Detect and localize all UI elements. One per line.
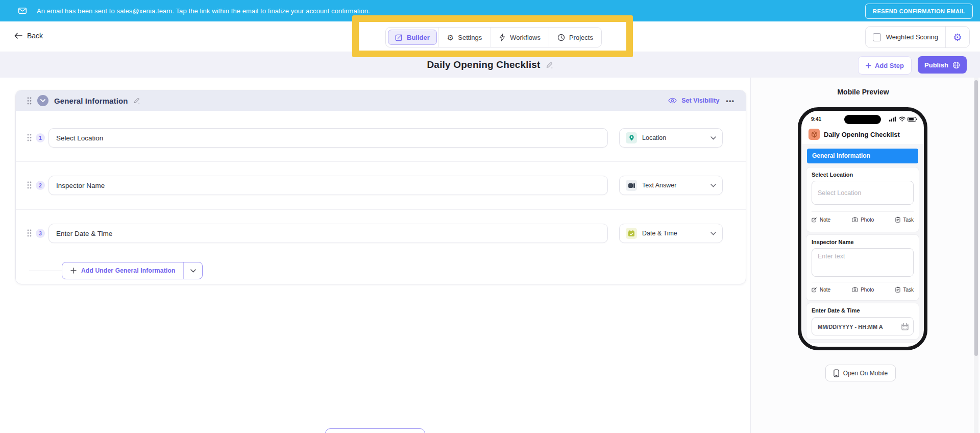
navbar: Back Builder ⚙ Settings Workflows Projec… [0,21,980,52]
row-divider [16,209,746,210]
phone-field-label: Select Location [812,172,853,178]
photo-icon [852,217,858,222]
edit-title-pencil-icon[interactable] [546,61,553,69]
task-action: Task [895,216,914,223]
email-icon [18,8,27,14]
step-type-select[interactable]: Text Answer [619,176,723,195]
resend-confirmation-button[interactable]: RESEND CONFIRMATION EMAIL [865,4,973,19]
step-row: 1 Location [16,128,747,148]
photo-action: Photo [852,286,874,293]
set-visibility-button[interactable]: Set Visibility [681,97,719,104]
scrollbar [974,78,978,433]
weighted-scoring-checkbox[interactable] [873,33,881,41]
phone-app-title: Daily Opening Checklist [824,131,900,138]
step-label-input[interactable] [48,128,608,148]
tab-label: Projects [569,34,593,41]
battery-icon [908,117,916,122]
task-icon [895,286,900,293]
add-under-label: Add Under General Information [81,267,175,274]
chevron-down-icon [710,184,716,187]
divider [812,211,914,212]
mobile-phone-icon [834,369,839,377]
calendar-icon [626,228,637,239]
confirmation-banner: An email has been sent to sales@xenia.te… [0,0,980,21]
gear-icon: ⚙ [447,34,454,41]
drag-handle[interactable] [27,134,32,141]
step-label-input[interactable] [48,224,608,243]
section-card: General Information Set Visibility ••• 1… [15,90,746,284]
tab-bar: Builder ⚙ Settings Workflows Projects [385,27,602,47]
gear-icon: ⚙ [953,32,962,42]
chevron-down-icon [710,136,716,140]
step-type-label: Location [642,134,666,141]
add-under-chevron-button[interactable] [183,262,202,279]
back-button[interactable]: Back [14,32,43,40]
note-action: Note [812,286,830,293]
step-type-label: Text Answer [642,182,676,189]
mobile-preview-title: Mobile Preview [751,88,975,96]
settings-gear-button[interactable]: ⚙ [946,32,969,42]
drag-handle[interactable] [27,181,32,189]
phone-field-card: Enter Date & Time MM/DD/YYYY - HH:MM A [806,303,919,340]
note-action: Note [812,216,830,223]
add-step-button[interactable]: Add Step [858,56,912,75]
add-section-button-partial[interactable] [325,428,425,433]
open-on-mobile-label: Open On Mobile [843,370,888,377]
photo-icon [852,287,858,292]
collapse-section-button[interactable] [37,95,48,106]
photo-action: Photo [852,216,874,223]
clock-icon [557,34,565,41]
tab-label: Builder [407,34,430,41]
app-icon [808,129,820,140]
add-step-label: Add Step [875,62,904,69]
step-type-select[interactable]: Location [619,128,723,148]
task-action: Task [895,286,914,293]
publish-label: Publish [924,61,948,69]
signal-icon [889,116,897,122]
edit-section-pencil-icon[interactable] [133,97,140,104]
title-strip: Daily Opening Checklist Add Step Publish [0,52,980,78]
tab-label: Settings [458,34,482,41]
phone-mockup: 9:41 Daily Opening Checklist General Inf… [798,107,927,350]
wifi-icon [899,116,905,122]
tab-workflows[interactable]: Workflows [490,28,549,47]
drag-handle[interactable] [27,229,32,237]
step-number-badge: 2 [36,181,45,190]
back-label: Back [27,32,43,40]
drag-handle[interactable] [27,97,32,105]
phone-field-card: Select Location Select Location Note Pho… [806,167,919,232]
dynamic-island [844,115,881,124]
phone-section-header: General Information [807,149,918,163]
chevron-down-icon [40,99,45,102]
phone-header: 9:41 Daily Opening Checklist [802,112,923,145]
plus-icon [866,63,871,68]
weighted-scoring-group: Weighted Scoring ⚙ [865,26,970,48]
eye-icon [668,98,677,104]
add-under-button[interactable]: Add Under General Information [62,262,183,279]
tab-builder[interactable]: Builder [388,30,437,45]
more-options-button[interactable]: ••• [726,97,734,105]
back-arrow-icon [14,33,22,39]
banner-message: An email has been sent to sales@xenia.te… [37,7,370,15]
phone-field-input: Enter text [812,248,914,277]
task-icon [895,216,900,223]
connector-line [29,271,62,271]
step-type-select[interactable]: Date & Time [619,224,723,243]
globe-icon [952,61,960,69]
step-label-input[interactable] [48,176,608,195]
phone-field-input: Select Location [812,181,914,205]
page-title: Daily Opening Checklist [427,59,540,70]
lightning-icon [499,33,506,41]
section-header: General Information Set Visibility ••• [16,90,746,111]
chevron-down-icon [710,232,716,235]
calendar-icon [901,323,909,330]
row-divider [16,161,746,162]
tab-projects[interactable]: Projects [549,28,601,47]
publish-button[interactable]: Publish [918,56,967,74]
weighted-scoring-label: Weighted Scoring [886,33,938,41]
step-row: 2 Text Answer [16,176,747,195]
phone-field-label: Enter Date & Time [812,307,860,314]
tab-settings[interactable]: ⚙ Settings [438,28,490,47]
open-on-mobile-button[interactable]: Open On Mobile [825,365,896,381]
scrollbar-thumb[interactable] [974,80,978,356]
